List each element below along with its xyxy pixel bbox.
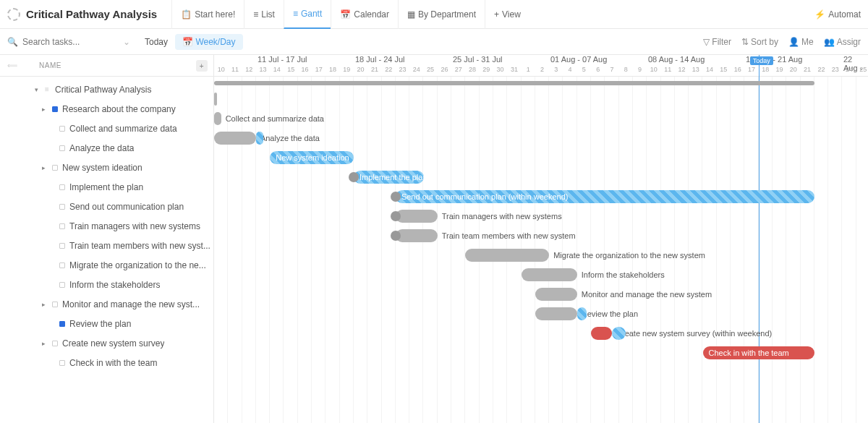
add-button[interactable]: + xyxy=(196,60,208,72)
tree-row[interactable]: Implement the plan xyxy=(0,177,213,197)
caret-icon[interactable]: ▸ xyxy=(42,340,49,347)
task-label: Critical Pathway Analysis xyxy=(55,85,151,95)
gantt-row: Migrate the organization to the new syst… xyxy=(214,246,868,265)
tree-row[interactable]: Analyze the data xyxy=(0,138,213,158)
status-box[interactable] xyxy=(52,106,58,112)
today-tag: Today xyxy=(750,56,773,65)
caret-icon[interactable]: ▸ xyxy=(42,301,49,308)
view-tab-view[interactable]: +View xyxy=(485,0,529,29)
tree-row[interactable]: Train managers with new systems xyxy=(0,216,213,236)
tab-icon: 📅 xyxy=(340,9,351,20)
gantt-bar-hatch[interactable] xyxy=(256,132,263,145)
tree-row[interactable]: Inform the stakeholders xyxy=(0,275,213,294)
tree-row[interactable]: Send out communication plan xyxy=(0,197,213,216)
status-box[interactable] xyxy=(59,184,65,190)
day-label: 17 xyxy=(744,66,758,76)
task-label: Train managers with new systems xyxy=(69,221,200,231)
status-box[interactable] xyxy=(52,302,58,307)
bolt-icon: ⚡ xyxy=(814,9,825,20)
status-box[interactable] xyxy=(59,360,65,366)
app-icon xyxy=(7,8,20,21)
status-box[interactable] xyxy=(59,126,65,132)
gantt-bar[interactable]: Monitor and manage the new system xyxy=(535,288,577,301)
week-label: 11 Jul - 17 Jul xyxy=(258,55,307,64)
gantt-bar-hatch[interactable] xyxy=(612,327,626,340)
view-tab-calendar[interactable]: 📅Calendar xyxy=(331,0,398,29)
status-box[interactable] xyxy=(59,204,65,210)
assign-button[interactable]: 👥Assigr xyxy=(824,37,861,47)
gantt-bar[interactable]: Collect and summarize data xyxy=(214,112,221,125)
dependency-dot xyxy=(349,172,359,182)
tree-row[interactable]: Review the plan xyxy=(0,314,213,333)
gantt-bar[interactable]: Train team members with new system xyxy=(396,229,438,242)
bar-label: Migrate the organization to the new syst… xyxy=(549,251,705,260)
status-box[interactable] xyxy=(59,282,65,288)
tree-row[interactable]: ▸Research about the company xyxy=(0,99,213,119)
gantt-row: company xyxy=(214,90,868,109)
tree-row[interactable]: Collect and summarize data xyxy=(0,119,213,138)
day-label: 1 xyxy=(522,66,535,76)
me-button[interactable]: 👤Me xyxy=(788,37,814,47)
gantt-bar[interactable]: Create new system survey (within weekend… xyxy=(591,327,612,340)
gantt-row: Implement the plan xyxy=(214,168,868,187)
gantt-bar[interactable]: Migrate the organization to the new syst… xyxy=(465,249,549,262)
gantt-row: Send out communication plan (within week… xyxy=(214,187,868,207)
gantt-bar[interactable]: company xyxy=(214,93,217,106)
caret-icon[interactable]: ▸ xyxy=(42,164,49,171)
day-label: 19 xyxy=(773,66,786,76)
weekday-button[interactable]: 📅 Week/Day xyxy=(175,34,242,50)
gantt-bar[interactable]: Review the plan xyxy=(535,307,577,320)
status-box[interactable] xyxy=(59,145,65,151)
task-label: Review the plan xyxy=(69,319,131,329)
day-label: 18 xyxy=(326,66,339,76)
chevron-down-icon[interactable]: ⌄ xyxy=(123,37,130,47)
tree-row[interactable]: ▸New system ideation xyxy=(0,158,213,177)
caret-icon[interactable]: ▾ xyxy=(35,86,42,93)
collapse-icon[interactable]: ⟸ xyxy=(7,61,19,69)
gantt-bar[interactable]: Train managers with new systems xyxy=(396,210,438,223)
main: ⟸ NAME + ▾≡Critical Pathway Analysis▸Res… xyxy=(0,55,868,423)
gantt-bar[interactable]: Send out communication plan (within week… xyxy=(396,190,814,203)
day-label: 3 xyxy=(549,66,563,76)
filter-button[interactable]: ▽Filter xyxy=(703,37,731,47)
day-label: 20 xyxy=(786,66,800,76)
bar-label: Check in with the team xyxy=(703,349,795,357)
view-tab-start-here-[interactable]: 📋Start here! xyxy=(171,0,244,29)
tree-row[interactable]: ▸Create new system survey xyxy=(0,333,213,353)
status-box[interactable] xyxy=(52,341,58,346)
status-box[interactable] xyxy=(59,262,65,268)
view-tab-gantt[interactable]: ≡Gantt xyxy=(284,0,331,29)
tree-row[interactable]: Check in with the team xyxy=(0,353,213,372)
tree-row[interactable]: Migrate the organization to the ne... xyxy=(0,255,213,275)
bar-label: Collect and summarize data xyxy=(221,114,324,123)
view-tab-list[interactable]: ≡List xyxy=(244,0,284,29)
search-input[interactable] xyxy=(22,37,109,47)
caret-icon[interactable]: ▸ xyxy=(42,106,49,113)
gantt-bar[interactable]: Inform the stakeholders xyxy=(522,268,577,281)
week-label: 01 Aug - 07 Aug xyxy=(550,55,607,64)
status-box[interactable] xyxy=(59,243,65,249)
sort-button[interactable]: ⇅Sort by xyxy=(741,37,778,47)
status-box[interactable] xyxy=(52,165,58,171)
gantt-bar[interactable]: Analyze the data xyxy=(214,132,256,145)
gantt-bar[interactable]: New system ideation xyxy=(270,151,354,164)
task-label: Collect and summarize data xyxy=(69,124,177,134)
view-tab-by-department[interactable]: ▦By Department xyxy=(398,0,485,29)
tree-row[interactable]: Train team members with new syst... xyxy=(0,236,213,255)
today-button[interactable]: Today xyxy=(137,37,175,47)
gantt-area[interactable]: 11 Jul - 17 Jul18 Jul - 24 Jul25 Jul - 3… xyxy=(214,55,868,423)
sidebar: ⟸ NAME + ▾≡Critical Pathway Analysis▸Res… xyxy=(0,55,214,423)
gantt-bar[interactable]: Check in with the team xyxy=(703,346,814,359)
sort-icon: ⇅ xyxy=(741,37,749,47)
status-box[interactable] xyxy=(59,321,65,327)
automation-button[interactable]: ⚡ Automat xyxy=(814,9,861,20)
gantt-row: New system ideation xyxy=(214,148,868,168)
tree-row[interactable]: ▾≡Critical Pathway Analysis xyxy=(0,80,213,99)
tab-icon: ≡ xyxy=(253,9,258,20)
status-box[interactable] xyxy=(59,223,65,229)
tree-row[interactable]: ▸Monitor and manage the new syst... xyxy=(0,294,213,314)
gantt-rows: companyCollect and summarize dataAnalyze… xyxy=(214,90,868,363)
gantt-bar[interactable]: Implement the plan xyxy=(354,171,424,184)
gantt-bar-hatch[interactable] xyxy=(577,307,587,320)
toolbar: 🔍 ⌄ Today 📅 Week/Day ▽Filter ⇅Sort by 👤M… xyxy=(0,29,868,55)
